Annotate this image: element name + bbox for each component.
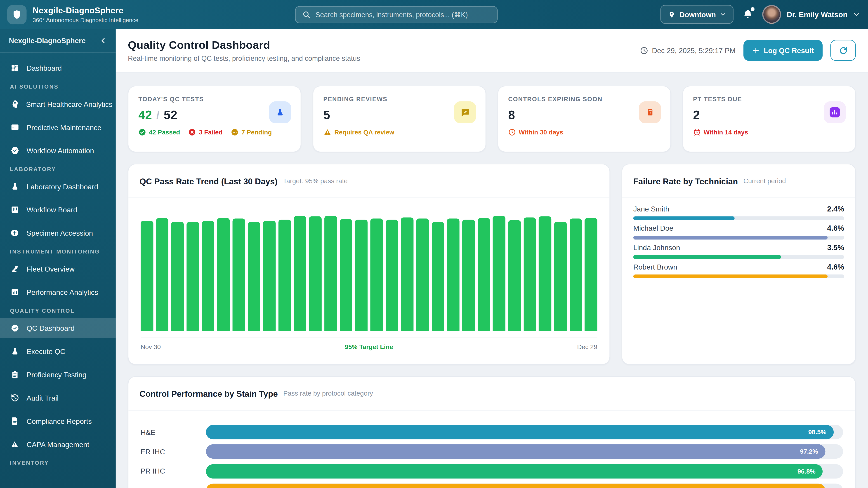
- sidebar-item-capa-management[interactable]: CAPA Management: [0, 434, 116, 454]
- technician-name: Jane Smith: [633, 205, 669, 213]
- sidebar-item-audit-trail[interactable]: Audit Trail: [0, 388, 116, 408]
- stain-panel-subtitle: Pass rate by protocol category: [283, 390, 373, 397]
- technician-bar-track: [633, 274, 844, 278]
- trend-bar: [401, 217, 414, 331]
- sidebar-section-laboratory: LABORATORY: [10, 166, 106, 172]
- log-qc-result-button[interactable]: Log QC Result: [743, 40, 823, 61]
- sidebar-item-smart-healthcare-analytics[interactable]: Smart Healthcare Analytics: [0, 94, 116, 114]
- sidebar-item-proficiency-testing[interactable]: Proficiency Testing: [0, 365, 116, 385]
- technician-row-michael-doe: Michael Doe4.6%: [633, 224, 844, 240]
- stain-row-pr-ihc: PR IHC96.8%: [141, 464, 843, 479]
- page-header: Quality Control Dashboard Real-time moni…: [116, 29, 868, 72]
- sidebar-item-specimen-accession[interactable]: Specimen Accession: [0, 223, 116, 243]
- stat-badges: 42 Passed3 Failed7 Pending: [138, 128, 272, 136]
- timestamp: Dec 29, 2025, 5:29:17 PM: [640, 46, 736, 55]
- clock-icon: [640, 46, 648, 55]
- technician-name: Linda Johnson: [633, 243, 680, 252]
- failure-rate-panel-header: Failure Rate by Technician Current perio…: [622, 164, 855, 198]
- chevron-down-icon: [853, 11, 860, 18]
- trend-bar: [355, 220, 368, 331]
- sidebar-section-quality-control: QUALITY CONTROL: [10, 308, 106, 314]
- brand-logo: [7, 5, 27, 24]
- sidebar-item-label: Proficiency Testing: [27, 370, 87, 379]
- trend-chart: Nov 30 95% Target Line Dec 29: [128, 198, 610, 350]
- stat-footer: Within 30 days: [508, 128, 563, 136]
- stat-value: 2: [693, 108, 845, 123]
- check-circle-icon: [138, 128, 146, 136]
- sidebar: Nexgile-DiagnoSphere DashboardAI SOLUTIO…: [0, 29, 116, 488]
- stat-badge-7-pending: 7 Pending: [231, 128, 272, 136]
- sidebar-item-workflow-automation[interactable]: Workflow Automation: [0, 140, 116, 160]
- stat-value-total: 52: [164, 108, 177, 123]
- technician-bar-fill: [633, 255, 781, 259]
- sidebar-item-workflow-board[interactable]: Workflow Board: [0, 200, 116, 220]
- stain-bar-fill: 98.5%: [206, 425, 833, 440]
- stat-cards-row: TODAY'S QC TESTS42/5242 Passed3 Failed7 …: [128, 86, 856, 152]
- panels-row: QC Pass Rate Trend (Last 30 Days) Target…: [128, 164, 856, 365]
- stat-label: CONTROLS EXPIRING SOON: [508, 96, 660, 102]
- user-menu[interactable]: Dr. Emily Watson: [763, 5, 860, 24]
- trend-bar: [524, 217, 536, 331]
- notifications-button[interactable]: [743, 9, 753, 20]
- page-title: Quality Control Dashboard: [128, 38, 360, 51]
- sidebar-item-label: Specimen Accession: [27, 229, 93, 237]
- technician-failure-rate: 4.6%: [827, 263, 844, 271]
- sidebar-collapse-button[interactable]: [100, 37, 107, 44]
- trend-bar: [171, 222, 184, 331]
- sidebar-item-label: Workflow Automation: [27, 147, 94, 155]
- trend-bar: [493, 216, 506, 331]
- failure-rate-panel-title: Failure Rate by Technician: [633, 176, 738, 186]
- trend-bar: [278, 220, 291, 331]
- workflow-automation-icon: [10, 146, 20, 155]
- stat-badge-42-passed: 42 Passed: [138, 128, 180, 136]
- trend-bar: [432, 222, 444, 331]
- sidebar-item-label: Compliance Reports: [27, 417, 92, 425]
- trend-bar: [202, 221, 215, 331]
- sidebar-item-qc-dashboard[interactable]: QC Dashboard: [0, 318, 116, 338]
- sidebar-item-fleet-overview[interactable]: Fleet Overview: [0, 259, 116, 279]
- history-icon: [10, 393, 20, 402]
- stain-label: PR IHC: [141, 467, 206, 476]
- clock-icon: [508, 128, 516, 136]
- sidebar-header: Nexgile-DiagnoSphere: [0, 29, 116, 53]
- sidebar-item-laboratory-dashboard[interactable]: Laboratory Dashboard: [0, 176, 116, 196]
- sidebar-item-label: Execute QC: [27, 347, 66, 356]
- main: Quality Control Dashboard Real-time moni…: [116, 29, 868, 488]
- sidebar-item-compliance-reports[interactable]: Compliance Reports: [0, 411, 116, 431]
- stain-row-er-ihc: ER IHC97.2%: [141, 445, 843, 459]
- timestamp-text: Dec 29, 2025, 5:29:17 PM: [652, 46, 736, 55]
- stain-bar-track: [206, 484, 843, 488]
- sidebar-title: Nexgile-DiagnoSphere: [9, 36, 86, 44]
- target-line-label: 95% Target Line: [345, 344, 393, 350]
- trend-bar: [508, 220, 521, 331]
- trend-bar: [447, 219, 460, 331]
- stat-label: TODAY'S QC TESTS: [138, 96, 290, 102]
- global-search[interactable]: [295, 6, 498, 23]
- bell-icon: [743, 9, 753, 20]
- sidebar-item-execute-qc[interactable]: Execute QC: [0, 341, 116, 361]
- stat-footer: Within 14 days: [693, 128, 748, 136]
- refresh-button[interactable]: [830, 40, 856, 61]
- sidebar-item-dashboard[interactable]: Dashboard: [0, 58, 116, 78]
- failure-rate-panel-subtitle: Current period: [743, 177, 786, 185]
- location-pin-icon: [668, 10, 675, 19]
- x-axis-start-label: Nov 30: [141, 344, 161, 350]
- flask-icon: [269, 101, 291, 123]
- notification-dot: [751, 7, 754, 11]
- sidebar-section-inventory: INVENTORY: [10, 460, 106, 466]
- ellipsis-circle-icon: [231, 128, 239, 136]
- trend-panel-subtitle: Target: 95% pass rate: [283, 177, 348, 185]
- search-input[interactable]: [315, 11, 491, 19]
- stain-performance-panel: Control Performance by Stain Type Pass r…: [128, 376, 856, 488]
- x-circle-icon: [188, 128, 196, 136]
- sidebar-item-performance-analytics[interactable]: Performance Analytics: [0, 282, 116, 302]
- trend-bar: [186, 222, 199, 331]
- stain-bar-fill: [206, 484, 825, 488]
- sidebar-section-instrument-monitoring: INSTRUMENT MONITORING: [10, 249, 106, 255]
- technician-bar-fill: [633, 236, 827, 239]
- technician-name: Robert Brown: [633, 263, 677, 271]
- sidebar-item-predictive-maintenance[interactable]: Predictive Maintenance: [0, 117, 116, 137]
- location-selector[interactable]: Downtown: [660, 5, 734, 24]
- trend-bar: [141, 221, 153, 331]
- technician-failure-rate: 3.5%: [827, 243, 844, 252]
